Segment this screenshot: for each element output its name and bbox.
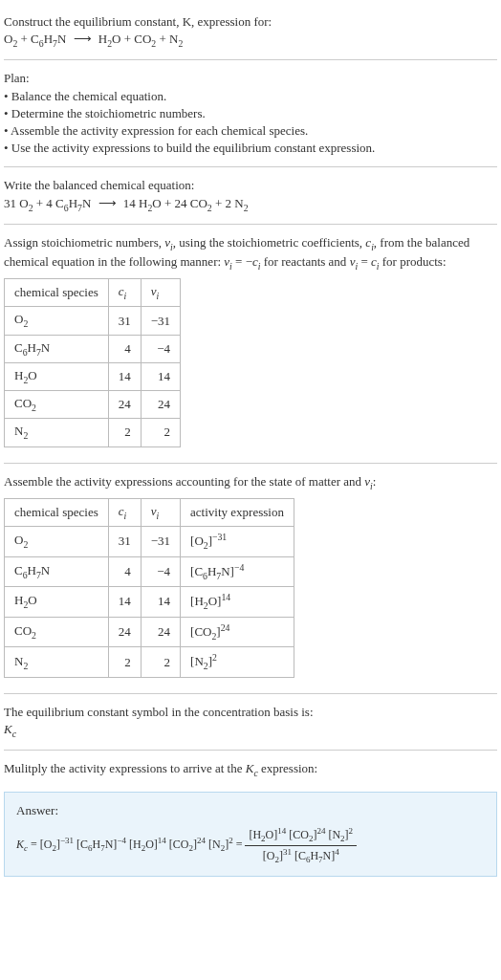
cell-ci: 31 xyxy=(108,307,141,335)
multiply-heading: Mulitply the activity expressions to arr… xyxy=(4,760,497,779)
kc-lhs: Kc = [O2]−31 [C6H7N]−4 [H2O]14 [CO2]24 [… xyxy=(16,838,245,851)
plan-heading: Plan: xyxy=(4,70,497,87)
activity-heading: Assemble the activity expressions accoun… xyxy=(4,473,497,492)
kc-symbol-section: The equilibrium constant symbol in the c… xyxy=(4,698,497,746)
kc-symbol: Kc xyxy=(4,721,497,740)
cell-species: C6H7N xyxy=(5,335,109,362)
kc-symbol-heading: The equilibrium constant symbol in the c… xyxy=(4,704,497,721)
plan-item: Assemble the activity expression for eac… xyxy=(4,122,497,140)
balanced-equation: 31 O2 + 4 C6H7N ⟶ 14 H2O + 24 CO2 + 2 N2 xyxy=(4,195,497,214)
cell-vi: −4 xyxy=(141,556,180,587)
cell-ci: 14 xyxy=(108,587,141,618)
answer-box: Answer: Kc = [O2]−31 [C6H7N]−4 [H2O]14 [… xyxy=(4,792,497,877)
kc-fraction: [H2O]14 [CO2]24 [N2]2[O2]31 [C6H7N]4 xyxy=(245,825,357,866)
cell-species: CO2 xyxy=(5,617,109,647)
answer-label: Answer: xyxy=(16,802,485,819)
kc-fraction-numerator: [H2O]14 [CO2]24 [N2]2 xyxy=(245,825,357,846)
table-row: N222 xyxy=(5,419,181,446)
activity-table: chemical species ci νi activity expressi… xyxy=(4,498,294,678)
intro-section: Construct the equilibrium constant, K, e… xyxy=(4,8,497,55)
unbalanced-equation: O2 + C6H7N ⟶ H2O + CO2 + N2 xyxy=(4,31,497,50)
table-row: H2O1414 xyxy=(5,362,181,390)
cell-vi: 14 xyxy=(141,587,180,618)
cell-activity: [C6H7N]−4 xyxy=(181,556,294,587)
col-vi: νi xyxy=(141,498,180,526)
divider xyxy=(4,463,497,464)
cell-ci: 2 xyxy=(108,419,141,446)
cell-ci: 2 xyxy=(108,647,141,678)
cell-species: N2 xyxy=(5,647,109,678)
table-row: C6H7N4−4 xyxy=(5,335,181,362)
col-ci: ci xyxy=(108,279,141,307)
table-row: O231−31[O2]−31 xyxy=(5,527,294,557)
col-activity: activity expression xyxy=(181,498,294,526)
col-ci: ci xyxy=(108,498,141,526)
cell-vi: 24 xyxy=(141,617,180,647)
plan-section: Plan: Balance the chemical equation. Det… xyxy=(4,64,497,163)
cell-species: N2 xyxy=(5,419,109,446)
divider xyxy=(4,224,497,225)
balanced-section: Write the balanced chemical equation: 31… xyxy=(4,171,497,219)
cell-ci: 14 xyxy=(108,362,141,390)
cell-activity: [CO2]24 xyxy=(181,617,294,647)
cell-vi: −31 xyxy=(141,527,180,557)
cell-vi: −31 xyxy=(141,307,180,335)
cell-species: O2 xyxy=(5,527,109,557)
plan-item: Determine the stoichiometric numbers. xyxy=(4,105,497,122)
divider xyxy=(4,750,497,751)
col-species: chemical species xyxy=(5,498,109,526)
kc-expression: Kc = [O2]−31 [C6H7N]−4 [H2O]14 [CO2]24 [… xyxy=(16,825,485,866)
activity-section: Assemble the activity expressions accoun… xyxy=(4,468,497,689)
col-vi: νi xyxy=(141,279,180,307)
cell-vi: 2 xyxy=(141,647,180,678)
cell-ci: 31 xyxy=(108,527,141,557)
stoich-table: chemical species ci νi O231−31 C6H7N4−4 … xyxy=(4,278,181,446)
multiply-section: Mulitply the activity expressions to arr… xyxy=(4,754,497,785)
stoich-section: Assign stoichiometric numbers, νi, using… xyxy=(4,229,497,459)
kc-fraction-denominator: [O2]31 [C6H7N]4 xyxy=(245,846,357,866)
divider xyxy=(4,59,497,60)
cell-vi: 2 xyxy=(141,419,180,446)
cell-ci: 24 xyxy=(108,617,141,647)
stoich-heading: Assign stoichiometric numbers, νi, using… xyxy=(4,234,497,272)
table-header-row: chemical species ci νi xyxy=(5,279,181,307)
cell-species: CO2 xyxy=(5,391,109,419)
cell-species: C6H7N xyxy=(5,556,109,587)
cell-vi: 24 xyxy=(141,391,180,419)
table-row: C6H7N4−4[C6H7N]−4 xyxy=(5,556,294,587)
intro-line1: Construct the equilibrium constant, K, e… xyxy=(4,13,497,31)
col-species: chemical species xyxy=(5,279,109,307)
divider xyxy=(4,693,497,694)
plan-item: Use the activity expressions to build th… xyxy=(4,140,497,157)
cell-ci: 24 xyxy=(108,391,141,419)
cell-ci: 4 xyxy=(108,335,141,362)
plan-item: Balance the chemical equation. xyxy=(4,88,497,105)
cell-vi: 14 xyxy=(141,362,180,390)
divider xyxy=(4,166,497,167)
cell-activity: [N2]2 xyxy=(181,647,294,678)
cell-vi: −4 xyxy=(141,335,180,362)
balanced-heading: Write the balanced chemical equation: xyxy=(4,177,497,194)
cell-species: H2O xyxy=(5,587,109,618)
cell-activity: [H2O]14 xyxy=(181,587,294,618)
plan-list: Balance the chemical equation. Determine… xyxy=(4,88,497,158)
table-row: N222[N2]2 xyxy=(5,647,294,678)
cell-activity: [O2]−31 xyxy=(181,527,294,557)
table-row: CO22424[CO2]24 xyxy=(5,617,294,647)
cell-species: H2O xyxy=(5,362,109,390)
table-row: CO22424 xyxy=(5,391,181,419)
cell-species: O2 xyxy=(5,307,109,335)
cell-ci: 4 xyxy=(108,556,141,587)
table-row: O231−31 xyxy=(5,307,181,335)
table-row: H2O1414[H2O]14 xyxy=(5,587,294,618)
table-header-row: chemical species ci νi activity expressi… xyxy=(5,498,294,526)
